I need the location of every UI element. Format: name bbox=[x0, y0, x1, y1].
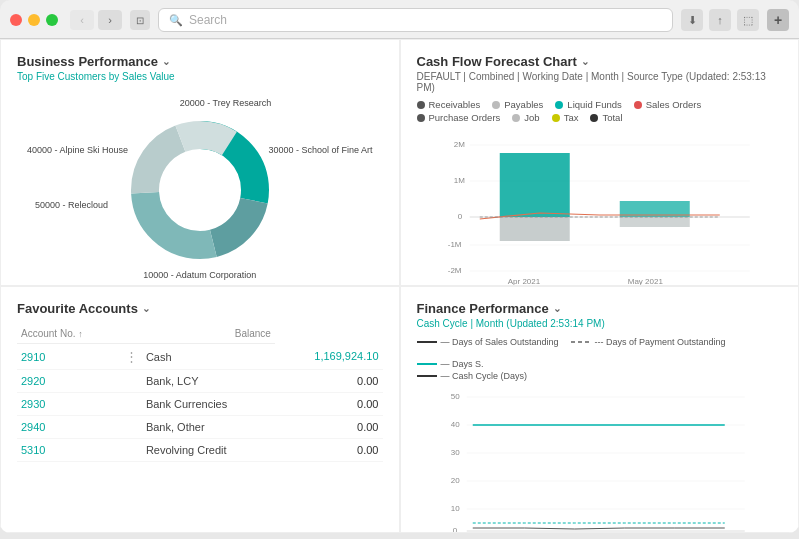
svg-text:0: 0 bbox=[452, 526, 457, 533]
svg-rect-17 bbox=[499, 217, 569, 241]
donut-label-alpine: 40000 - Alpine Ski House bbox=[27, 145, 128, 155]
balance-cell: 0.00 bbox=[275, 370, 383, 393]
download-icon[interactable]: ⬇ bbox=[681, 9, 703, 31]
context-menu-cell[interactable] bbox=[121, 439, 142, 462]
business-performance-title: Business Performance ⌄ bbox=[17, 54, 383, 69]
table-row: 2910⋮Cash1,169,924.10 bbox=[17, 344, 383, 370]
search-icon: 🔍 bbox=[169, 14, 183, 27]
svg-rect-16 bbox=[499, 153, 569, 217]
col-balance: Balance bbox=[142, 324, 275, 344]
cashflow-legend: Receivables Payables Liquid Funds Sales … bbox=[417, 99, 783, 123]
favourite-accounts-title: Favourite Accounts ⌄ bbox=[17, 301, 383, 316]
col-name bbox=[121, 324, 142, 344]
cashflow-chart: 2M 1M 0 -1M -2M Apr 2021 bbox=[417, 131, 783, 286]
donut-label-relecloud: 50000 - Relecloud bbox=[35, 200, 108, 210]
finance-legend: — Days of Sales Outstanding --- Days of … bbox=[417, 337, 783, 369]
account-number-cell[interactable]: 5310 bbox=[17, 439, 121, 462]
account-name-cell: Cash bbox=[142, 344, 275, 370]
context-menu-cell[interactable] bbox=[121, 416, 142, 439]
search-placeholder: Search bbox=[189, 13, 227, 27]
forward-button[interactable]: › bbox=[98, 10, 122, 30]
cast-icon[interactable]: ⬚ bbox=[737, 9, 759, 31]
svg-text:30: 30 bbox=[450, 448, 459, 457]
finance-chart: 50 40 30 20 10 0 bbox=[417, 385, 783, 533]
account-number-cell[interactable]: 2910 bbox=[17, 344, 121, 370]
context-menu-cell[interactable] bbox=[121, 393, 142, 416]
svg-text:50: 50 bbox=[450, 392, 459, 401]
account-name-cell: Revolving Credit bbox=[142, 439, 275, 462]
svg-text:10: 10 bbox=[450, 504, 459, 513]
finance-chevron-icon[interactable]: ⌄ bbox=[553, 303, 561, 314]
finance-legend2: — Cash Cycle (Days) bbox=[417, 371, 783, 381]
account-number-cell[interactable]: 2940 bbox=[17, 416, 121, 439]
account-name-cell: Bank Currencies bbox=[142, 393, 275, 416]
legend-purchase-orders: Purchase Orders bbox=[417, 112, 501, 123]
balance-cell: 1,169,924.10 bbox=[275, 344, 383, 370]
legend-tax: Tax bbox=[552, 112, 579, 123]
share-icon[interactable]: ↑ bbox=[709, 9, 731, 31]
svg-text:20: 20 bbox=[450, 476, 459, 485]
close-button[interactable] bbox=[10, 14, 22, 26]
svg-text:May 2021: May 2021 bbox=[627, 277, 663, 286]
legend-receivables: Receivables bbox=[417, 99, 481, 110]
finance-performance-title: Finance Performance ⌄ bbox=[417, 301, 783, 316]
col-account-no[interactable]: Account No. ↑ bbox=[17, 324, 121, 344]
search-bar[interactable]: 🔍 Search bbox=[158, 8, 673, 32]
svg-text:1M: 1M bbox=[453, 176, 464, 185]
account-name-cell: Bank, LCY bbox=[142, 370, 275, 393]
traffic-lights bbox=[10, 14, 58, 26]
balance-cell: 0.00 bbox=[275, 416, 383, 439]
legend-days-sales: — Days of Sales Outstanding bbox=[417, 337, 559, 347]
table-row: 2940Bank, Other0.00 bbox=[17, 416, 383, 439]
table-row: 2920Bank, LCY0.00 bbox=[17, 370, 383, 393]
svg-text:2M: 2M bbox=[453, 140, 464, 149]
svg-text:-1M: -1M bbox=[447, 240, 461, 249]
business-performance-panel: Business Performance ⌄ Top Five Customer… bbox=[0, 39, 400, 286]
minimize-button[interactable] bbox=[28, 14, 40, 26]
new-tab-button[interactable]: + bbox=[767, 9, 789, 31]
donut-label-adatum: 10000 - Adatum Corporation bbox=[143, 270, 256, 280]
legend-sales-orders: Sales Orders bbox=[634, 99, 701, 110]
sort-icon: ↑ bbox=[78, 329, 83, 339]
table-row: 5310Revolving Credit0.00 bbox=[17, 439, 383, 462]
donut-chart-container: 20000 - Trey Research 40000 - Alpine Ski… bbox=[17, 90, 383, 286]
donut-label-trey: 20000 - Trey Research bbox=[180, 98, 272, 108]
account-name-cell: Bank, Other bbox=[142, 416, 275, 439]
browser-actions: ⬇ ↑ ⬚ bbox=[681, 9, 759, 31]
cashflow-panel: Cash Flow Forecast Chart ⌄ DEFAULT | Com… bbox=[400, 39, 800, 286]
balance-cell: 0.00 bbox=[275, 393, 383, 416]
accounts-table: Account No. ↑ Balance 2910⋮Cash1,169,924… bbox=[17, 324, 383, 462]
nav-buttons: ‹ › bbox=[70, 10, 122, 30]
donut-label-school: 30000 - School of Fine Art bbox=[268, 145, 372, 155]
chevron-down-icon[interactable]: ⌄ bbox=[162, 56, 170, 67]
back-button[interactable]: ‹ bbox=[70, 10, 94, 30]
business-performance-subtitle: Top Five Customers by Sales Value bbox=[17, 71, 383, 82]
legend-cash-cycle: — Cash Cycle (Days) bbox=[417, 371, 528, 381]
favourite-accounts-chevron-icon[interactable]: ⌄ bbox=[142, 303, 150, 314]
svg-text:-2M: -2M bbox=[447, 266, 461, 275]
main-content: Business Performance ⌄ Top Five Customer… bbox=[0, 39, 799, 533]
legend-job: Job bbox=[512, 112, 539, 123]
table-row: 2930Bank Currencies0.00 bbox=[17, 393, 383, 416]
balance-cell: 0.00 bbox=[275, 439, 383, 462]
cashflow-chevron-icon[interactable]: ⌄ bbox=[581, 56, 589, 67]
context-menu-icon[interactable]: ⋮ bbox=[125, 349, 138, 364]
browser-chrome: ‹ › ⊡ 🔍 Search ⬇ ↑ ⬚ + bbox=[0, 0, 799, 39]
favourite-accounts-panel: Favourite Accounts ⌄ Account No. ↑ Balan… bbox=[0, 286, 400, 533]
finance-performance-subtitle: Cash Cycle | Month (Updated 2:53:14 PM) bbox=[417, 318, 783, 329]
fullscreen-button[interactable] bbox=[46, 14, 58, 26]
svg-rect-19 bbox=[619, 217, 689, 227]
legend-total: Total bbox=[590, 112, 622, 123]
square-nav-button[interactable]: ⊡ bbox=[130, 10, 150, 30]
context-menu-cell[interactable]: ⋮ bbox=[121, 344, 142, 370]
donut-labels: 20000 - Trey Research 40000 - Alpine Ski… bbox=[17, 90, 383, 286]
context-menu-cell[interactable] bbox=[121, 370, 142, 393]
legend-payables: Payables bbox=[492, 99, 543, 110]
svg-text:Apr 2021: Apr 2021 bbox=[507, 277, 540, 286]
legend-days-payment: --- Days of Payment Outstanding bbox=[571, 337, 726, 347]
account-number-cell[interactable]: 2920 bbox=[17, 370, 121, 393]
cashflow-meta: DEFAULT | Combined | Working Date | Mont… bbox=[417, 71, 783, 93]
finance-performance-panel: Finance Performance ⌄ Cash Cycle | Month… bbox=[400, 286, 800, 533]
account-number-cell[interactable]: 2930 bbox=[17, 393, 121, 416]
legend-days-s: — Days S. bbox=[417, 359, 484, 369]
